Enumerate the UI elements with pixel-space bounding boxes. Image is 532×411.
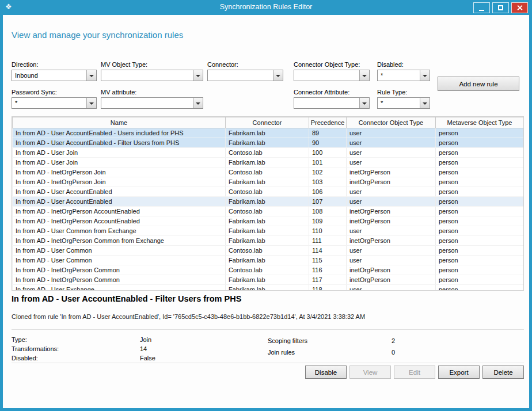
cell-connector-object-type: user — [347, 246, 436, 256]
table-row[interactable]: In from AD - User Exchange Fabrikam.lab … — [13, 285, 524, 291]
column-header-metaverse-object-type[interactable]: Metaverse Object Type — [436, 117, 524, 128]
cell-precedence: 110 — [309, 226, 347, 236]
column-header-name[interactable]: Name — [13, 117, 226, 128]
export-button[interactable]: Export — [438, 366, 480, 379]
cell-metaverse-object-type: person — [436, 285, 524, 291]
cell-connector: Fabrikam.lab — [226, 177, 309, 187]
table-row[interactable]: In from AD - User Common Contoso.lab 114… — [13, 246, 524, 256]
chevron-down-icon[interactable] — [86, 70, 96, 81]
table-row[interactable]: In from AD - InetOrgPerson Common Contos… — [13, 265, 524, 275]
edit-button[interactable]: Edit — [394, 366, 435, 379]
chevron-down-icon[interactable] — [359, 98, 369, 108]
connector-object-type-select[interactable] — [294, 70, 370, 81]
table-row[interactable]: In from AD - InetOrgPerson Join Contoso.… — [13, 168, 524, 177]
cell-name: In from AD - User Common — [13, 246, 226, 256]
divider — [12, 363, 524, 363]
cell-connector: Fabrikam.lab — [226, 197, 309, 207]
rules-table-body: In from AD - User AccountEnabled - Users… — [13, 128, 524, 291]
cell-name: In from AD - User AccountEnabled - Users… — [13, 128, 226, 138]
table-row[interactable]: In from AD - InetOrgPerson Common Fabrik… — [13, 275, 524, 285]
cell-precedence: 102 — [309, 168, 347, 177]
cell-precedence: 115 — [309, 256, 347, 265]
chevron-down-icon[interactable] — [193, 98, 203, 108]
cell-metaverse-object-type: person — [436, 265, 524, 275]
table-row[interactable]: In from AD - User AccountEnabled - Users… — [13, 128, 524, 138]
minimize-button[interactable] — [473, 2, 490, 13]
cell-metaverse-object-type: person — [436, 187, 524, 197]
cell-precedence: 106 — [309, 187, 347, 197]
table-row[interactable]: In from AD - User AccountEnabled Contoso… — [13, 187, 524, 197]
cell-precedence: 117 — [309, 275, 347, 285]
mv-attribute-label: MV attribute: — [101, 89, 136, 96]
cell-connector: Contoso.lab — [226, 187, 309, 197]
chevron-down-icon[interactable] — [273, 70, 283, 81]
disabled-select[interactable]: * — [377, 70, 430, 81]
cell-name: In from AD - User AccountEnabled — [13, 197, 226, 207]
add-new-rule-button[interactable]: Add new rule — [438, 77, 519, 91]
cell-connector-object-type: inetOrgPerson — [347, 275, 436, 285]
cell-connector: Fabrikam.lab — [226, 128, 309, 138]
disabled-field-value: False — [140, 355, 155, 361]
cell-connector: Fabrikam.lab — [226, 256, 309, 265]
cell-connector-object-type: user — [347, 148, 436, 158]
table-row[interactable]: In from AD - User Join Contoso.lab 100 u… — [13, 148, 524, 158]
minimize-icon — [479, 10, 484, 11]
chevron-down-icon[interactable] — [420, 98, 430, 108]
transformations-value: 14 — [140, 345, 147, 352]
cell-metaverse-object-type: person — [436, 158, 524, 168]
type-label: Type: — [12, 336, 27, 343]
cell-name: In from AD - User Common — [13, 256, 226, 265]
column-header-precedence[interactable]: Precedence — [309, 117, 347, 128]
maximize-button[interactable] — [492, 2, 509, 13]
cell-connector-object-type: inetOrgPerson — [347, 207, 436, 216]
rule-type-value: * — [381, 98, 383, 108]
direction-label: Direction: — [12, 61, 38, 68]
connector-select[interactable] — [207, 70, 283, 81]
view-button[interactable]: View — [349, 366, 391, 379]
table-row[interactable]: In from AD - User AccountEnabled - Filte… — [13, 138, 524, 148]
column-header-connector[interactable]: Connector — [226, 117, 309, 128]
mv-attribute-select[interactable] — [101, 97, 203, 109]
table-row[interactable]: In from AD - User Common from Exchange F… — [13, 226, 524, 236]
cell-precedence: 116 — [309, 265, 347, 275]
cell-metaverse-object-type: person — [436, 128, 524, 138]
chevron-down-icon[interactable] — [420, 70, 430, 81]
table-row[interactable]: In from AD - InetOrgPerson Join Fabrikam… — [13, 177, 524, 187]
table-row[interactable]: In from AD - InetOrgPerson Common from E… — [13, 236, 524, 246]
direction-value: Inbound — [15, 70, 38, 81]
table-row[interactable]: In from AD - InetOrgPerson AccountEnable… — [13, 216, 524, 226]
cell-metaverse-object-type: person — [436, 148, 524, 158]
cell-connector: Fabrikam.lab — [226, 138, 309, 148]
table-row[interactable]: In from AD - User Join Fabrikam.lab 101 … — [13, 158, 524, 168]
connector-attribute-select[interactable] — [294, 97, 370, 109]
chevron-down-icon[interactable] — [86, 98, 96, 108]
password-sync-select[interactable]: * — [12, 97, 97, 109]
delete-button[interactable]: Delete — [482, 366, 524, 379]
rules-table: Name Connector Precedence Connector Obje… — [12, 117, 524, 291]
cell-metaverse-object-type: person — [436, 236, 524, 246]
rule-type-select[interactable]: * — [377, 97, 430, 109]
selected-rule-title: In from AD - User AccountEnabled - Filte… — [12, 294, 241, 303]
cell-connector: Fabrikam.lab — [226, 236, 309, 246]
maximize-icon — [498, 5, 503, 10]
table-row[interactable]: In from AD - InetOrgPerson AccountEnable… — [13, 207, 524, 216]
table-header-row: Name Connector Precedence Connector Obje… — [13, 117, 524, 128]
direction-select[interactable]: Inbound — [12, 70, 97, 81]
cell-metaverse-object-type: person — [436, 177, 524, 187]
cell-precedence: 103 — [309, 177, 347, 187]
chevron-down-icon[interactable] — [193, 70, 203, 81]
table-row[interactable]: In from AD - User Common Fabrikam.lab 11… — [13, 256, 524, 265]
column-header-connector-object-type[interactable]: Connector Object Type — [347, 117, 436, 128]
cell-connector-object-type: inetOrgPerson — [347, 216, 436, 226]
chevron-down-icon[interactable] — [359, 70, 369, 81]
cell-metaverse-object-type: person — [436, 216, 524, 226]
cell-name: In from AD - InetOrgPerson Common — [13, 265, 226, 275]
disable-button[interactable]: Disable — [305, 366, 347, 379]
table-row[interactable]: In from AD - User AccountEnabled Fabrika… — [13, 197, 524, 207]
cell-connector: Contoso.lab — [226, 265, 309, 275]
cell-connector: Fabrikam.lab — [226, 158, 309, 168]
cell-precedence: 108 — [309, 207, 347, 216]
mv-object-type-select[interactable] — [101, 70, 203, 81]
close-button[interactable] — [511, 2, 528, 13]
cell-metaverse-object-type: person — [436, 275, 524, 285]
